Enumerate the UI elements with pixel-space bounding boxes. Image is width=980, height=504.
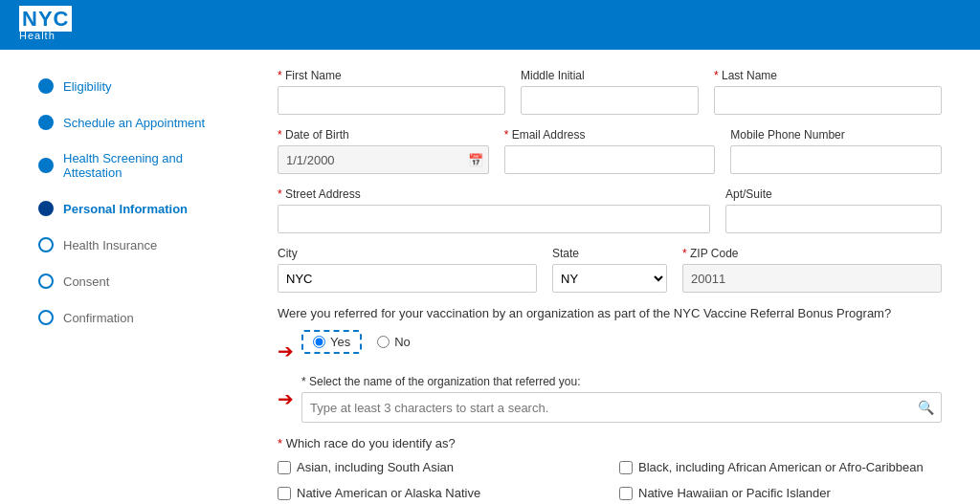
race-option-black[interactable]: Black, including African American or Afr… <box>619 460 942 474</box>
race-label-pacific-islander: Native Hawaiian or Pacific Islander <box>638 486 831 500</box>
radio-no-option[interactable]: No <box>377 335 411 349</box>
sidebar-label-health-screening: Health Screening and Attestation <box>63 151 239 180</box>
sidebar-circle-health-screening <box>38 158 54 173</box>
apt-input[interactable] <box>725 205 942 233</box>
org-search-row: ➔ * Select the name of the organization … <box>278 375 942 423</box>
sidebar-item-eligibility[interactable]: Eligibility <box>38 78 239 94</box>
last-name-group: * Last Name <box>714 69 942 115</box>
radio-yes-input[interactable] <box>313 336 325 348</box>
org-search-section: ➔ * Select the name of the organization … <box>278 375 942 423</box>
dob-wrapper: 📅 <box>278 145 489 174</box>
state-group: State NY NJ CT <box>552 247 667 293</box>
app-header: NYC Health <box>0 0 980 50</box>
race-options-grid: Asian, including South Asian Black, incl… <box>278 460 942 504</box>
org-label: * Select the name of the organization th… <box>301 375 942 388</box>
race-checkbox-pacific-islander[interactable] <box>619 487 633 500</box>
middle-initial-label: Middle Initial <box>521 69 699 82</box>
sidebar-label-consent: Consent <box>63 274 109 289</box>
sidebar-item-personal-info[interactable]: Personal Information <box>38 201 239 216</box>
sidebar-circle-schedule <box>38 115 54 130</box>
street-input[interactable] <box>278 205 710 233</box>
email-label: * Email Address <box>504 128 716 142</box>
sidebar-circle-consent <box>38 274 54 289</box>
sidebar-item-consent[interactable]: Consent <box>38 274 239 289</box>
street-group: * Street Address <box>278 187 710 233</box>
race-question-label: * Which race do you identify as? <box>278 436 942 450</box>
sidebar-circle-eligibility <box>38 78 54 94</box>
race-label-native-american: Native American or Alaska Native <box>297 486 480 500</box>
last-name-input[interactable] <box>714 86 942 115</box>
first-name-group: * First Name <box>278 69 505 115</box>
race-checkbox-asian[interactable] <box>278 461 291 474</box>
sidebar-label-eligibility: Eligibility <box>63 79 112 94</box>
nyc-logo: NYC Health <box>19 9 72 41</box>
sidebar-circle-confirmation <box>38 310 54 325</box>
race-option-native-american[interactable]: Native American or Alaska Native <box>278 486 600 500</box>
middle-initial-input[interactable] <box>521 86 699 115</box>
org-arrow-icon: ➔ <box>278 387 294 410</box>
org-search-wrapper: * Select the name of the organization th… <box>301 375 942 423</box>
sidebar: Eligibility Schedule an Appointment Heal… <box>0 50 258 504</box>
last-name-label: * Last Name <box>714 69 942 82</box>
mobile-input[interactable] <box>730 145 942 174</box>
radio-arrow-wrapper: ➔ Yes No <box>278 330 942 371</box>
zip-label: * ZIP Code <box>682 247 942 260</box>
city-label: City <box>278 247 537 260</box>
dob-input[interactable] <box>278 145 489 174</box>
main-layout: Eligibility Schedule an Appointment Heal… <box>0 50 980 504</box>
city-input[interactable] <box>278 264 537 293</box>
search-icon: 🔍 <box>918 400 934 415</box>
zip-group: * ZIP Code <box>682 247 942 293</box>
radio-yes-label: Yes <box>330 335 350 349</box>
middle-initial-group: Middle Initial <box>521 69 699 115</box>
org-search-input[interactable] <box>301 392 942 423</box>
sidebar-item-confirmation[interactable]: Confirmation <box>38 310 239 325</box>
sidebar-item-health-screening[interactable]: Health Screening and Attestation <box>38 151 239 180</box>
email-input[interactable] <box>504 145 716 174</box>
sidebar-label-confirmation: Confirmation <box>63 311 134 325</box>
race-label-asian: Asian, including South Asian <box>297 460 454 474</box>
first-name-label: * First Name <box>278 69 505 82</box>
mobile-group: Mobile Phone Number <box>730 128 942 174</box>
race-option-pacific-islander[interactable]: Native Hawaiian or Pacific Islander <box>619 486 942 500</box>
logo-subtitle: Health <box>19 30 56 41</box>
mobile-label: Mobile Phone Number <box>730 128 942 142</box>
sidebar-label-health-insurance: Health Insurance <box>63 238 157 252</box>
street-label: * Street Address <box>278 187 710 201</box>
radio-no-label: No <box>394 335 411 349</box>
sidebar-label-schedule: Schedule an Appointment <box>63 116 205 130</box>
form-area: * First Name Middle Initial * Last Name … <box>258 50 980 504</box>
radio-arrow-icon: ➔ <box>278 340 294 362</box>
race-option-asian[interactable]: Asian, including South Asian <box>278 460 600 474</box>
dob-email-row: * Date of Birth 📅 * Email Address Mobile… <box>278 128 942 174</box>
name-row: * First Name Middle Initial * Last Name <box>278 69 942 115</box>
race-checkbox-native-american[interactable] <box>278 487 291 500</box>
sidebar-label-personal-info: Personal Information <box>63 202 188 216</box>
radio-no-input[interactable] <box>377 336 390 348</box>
zip-input[interactable] <box>682 264 942 293</box>
state-label: State <box>552 247 667 260</box>
race-label-black: Black, including African American or Afr… <box>638 460 924 474</box>
race-checkbox-black[interactable] <box>619 461 633 474</box>
sidebar-circle-personal-info <box>38 201 54 216</box>
email-group: * Email Address <box>504 128 716 174</box>
logo-text: NYC <box>19 9 72 30</box>
sidebar-item-schedule[interactable]: Schedule an Appointment <box>38 115 239 130</box>
referral-radio-group: Yes No <box>301 330 411 358</box>
apt-label: Apt/Suite <box>725 187 942 201</box>
org-search-input-wrapper: 🔍 <box>301 392 942 423</box>
first-name-input[interactable] <box>278 86 505 115</box>
state-select[interactable]: NY NJ CT <box>552 264 667 293</box>
referral-question-text: Were you referred for your vaccination b… <box>278 306 942 320</box>
city-group: City <box>278 247 537 293</box>
dob-group: * Date of Birth 📅 <box>278 128 489 174</box>
street-row: * Street Address Apt/Suite <box>278 187 942 233</box>
sidebar-item-health-insurance[interactable]: Health Insurance <box>38 237 239 252</box>
apt-group: Apt/Suite <box>725 187 942 233</box>
city-state-zip-row: City State NY NJ CT * ZIP Code <box>278 247 942 293</box>
calendar-icon[interactable]: 📅 <box>468 153 483 167</box>
dob-label: * Date of Birth <box>278 128 489 142</box>
radio-yes-option[interactable]: Yes <box>301 330 362 354</box>
sidebar-circle-health-insurance <box>38 237 54 252</box>
